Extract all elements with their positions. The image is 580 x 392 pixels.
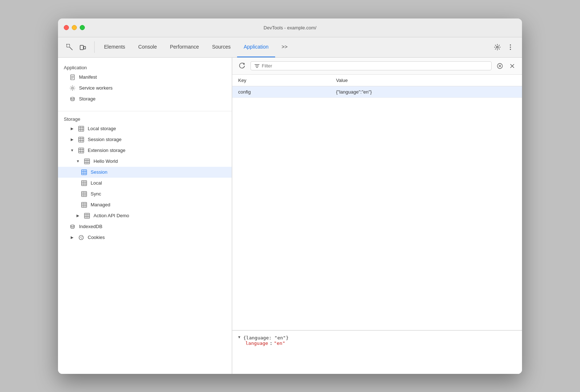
sidebar-item-storage[interactable]: Storage — [58, 94, 232, 104]
inspect-element-button[interactable] — [64, 41, 75, 53]
sidebar-item-hello-world[interactable]: ▼ Hello World — [58, 156, 232, 167]
minimize-button[interactable] — [72, 25, 77, 30]
more-options-button[interactable] — [505, 41, 516, 53]
toolbar-right — [492, 41, 519, 53]
traffic-lights — [64, 25, 85, 30]
cell-value: {"language":"en"} — [330, 86, 522, 98]
column-value: Value — [330, 75, 522, 86]
expand-arrow-session: ▶ — [70, 137, 75, 142]
preview-area: ▼ {language: "en"} language : "en" — [232, 330, 522, 374]
expand-arrow-local: ▶ — [70, 126, 75, 131]
grid-icon-extension — [78, 148, 84, 153]
table-row[interactable]: config{"language":"en"} — [232, 86, 522, 98]
svg-point-23 — [81, 238, 82, 239]
tab-sources[interactable]: Sources — [206, 37, 237, 57]
sidebar-item-manifest[interactable]: Manifest — [58, 72, 232, 83]
svg-point-19 — [71, 225, 74, 226]
preview-property-key: language — [245, 341, 268, 346]
sidebar-item-cookies[interactable]: ▶ Cookies — [58, 232, 232, 243]
expand-arrow-extension: ▼ — [70, 148, 75, 153]
sidebar-item-session-storage[interactable]: ▶ Session storage — [58, 134, 232, 145]
sidebar-item-service-workers[interactable]: Service workers — [58, 83, 232, 94]
svg-point-6 — [510, 49, 511, 50]
filter-bar — [232, 58, 522, 75]
expand-arrow-hello: ▼ — [75, 159, 80, 164]
svg-rect-17 — [82, 202, 87, 207]
preview-object-row: ▼ {language: "en"} — [238, 335, 516, 341]
svg-rect-16 — [82, 191, 87, 197]
grid-icon-local-item — [81, 180, 87, 186]
preview-colon: : — [270, 341, 273, 346]
sidebar-item-action-api-demo[interactable]: ▶ Action API Demo — [58, 210, 232, 221]
svg-rect-0 — [67, 44, 70, 47]
settings-button[interactable] — [492, 41, 503, 53]
expand-arrow-cookies: ▶ — [70, 235, 75, 240]
svg-rect-10 — [79, 126, 84, 131]
close-filter-button[interactable] — [507, 61, 518, 71]
tab-performance[interactable]: Performance — [163, 37, 206, 57]
preview-object-label: {language: "en"} — [243, 335, 289, 341]
db-icon — [70, 96, 75, 102]
sidebar-divider — [58, 111, 232, 111]
svg-point-9 — [71, 97, 74, 99]
refresh-button[interactable] — [237, 61, 248, 71]
svg-rect-13 — [84, 159, 90, 164]
svg-point-4 — [510, 45, 511, 46]
sidebar-item-session[interactable]: Session — [58, 167, 232, 178]
table-area: Key Value config{"language":"en"} — [232, 75, 522, 330]
preview-property-row: language : "en" — [238, 341, 516, 346]
tab-console[interactable]: Console — [132, 37, 163, 57]
filter-input-wrapper — [250, 61, 492, 70]
svg-rect-2 — [84, 46, 86, 49]
svg-point-22 — [82, 236, 82, 237]
svg-point-5 — [510, 47, 511, 48]
sidebar-item-local[interactable]: Local — [58, 178, 232, 189]
tab-application[interactable]: Application — [237, 37, 275, 57]
filter-input[interactable] — [262, 63, 488, 69]
device-toggle-button[interactable] — [77, 41, 88, 53]
clear-filter-button[interactable] — [494, 61, 505, 71]
storage-section-title: Storage — [58, 114, 232, 123]
title-bar: DevTools - example.com/ — [58, 18, 522, 37]
grid-icon-session-item — [81, 169, 87, 175]
filter-icon — [254, 63, 260, 69]
tab-elements[interactable]: Elements — [98, 37, 132, 57]
grid-icon-sync — [81, 191, 87, 197]
cell-key: config — [232, 86, 330, 98]
window-title: DevTools - example.com/ — [264, 25, 316, 30]
gear-icon — [70, 85, 75, 91]
close-button[interactable] — [64, 25, 69, 30]
svg-point-8 — [72, 87, 74, 89]
main-content: Application Manifest Service workers — [58, 58, 522, 374]
svg-point-21 — [80, 237, 81, 238]
sidebar-item-sync[interactable]: Sync — [58, 189, 232, 199]
svg-rect-14 — [82, 170, 87, 175]
grid-icon-managed — [81, 202, 87, 208]
application-section-title: Application — [58, 62, 232, 72]
preview-property-value: "en" — [274, 341, 285, 346]
grid-icon-session — [78, 137, 84, 143]
svg-point-3 — [497, 46, 498, 48]
svg-point-20 — [79, 235, 83, 240]
svg-rect-11 — [79, 137, 84, 142]
toolbar-divider — [94, 41, 95, 53]
toolbar-icons — [61, 41, 91, 53]
svg-rect-12 — [79, 148, 84, 153]
nav-tabs: Elements Console Performance Sources App… — [98, 37, 492, 57]
expand-arrow-action: ▶ — [75, 213, 80, 218]
filter-actions — [494, 61, 518, 71]
data-table: Key Value config{"language":"en"} — [232, 75, 522, 98]
sidebar-item-local-storage[interactable]: ▶ Local storage — [58, 123, 232, 134]
sidebar-item-indexeddb[interactable]: IndexedDB — [58, 221, 232, 232]
svg-rect-18 — [84, 213, 90, 218]
svg-rect-15 — [82, 181, 87, 186]
grid-icon-action — [84, 213, 90, 219]
file-icon — [70, 74, 75, 80]
sidebar: Application Manifest Service workers — [58, 58, 232, 374]
preview-object-arrow: ▼ — [238, 335, 240, 339]
sidebar-item-extension-storage[interactable]: ▼ Extension storage — [58, 145, 232, 156]
maximize-button[interactable] — [80, 25, 85, 30]
sidebar-item-managed[interactable]: Managed — [58, 199, 232, 210]
cookie-icon — [78, 235, 84, 240]
tab-more[interactable]: >> — [275, 37, 294, 57]
